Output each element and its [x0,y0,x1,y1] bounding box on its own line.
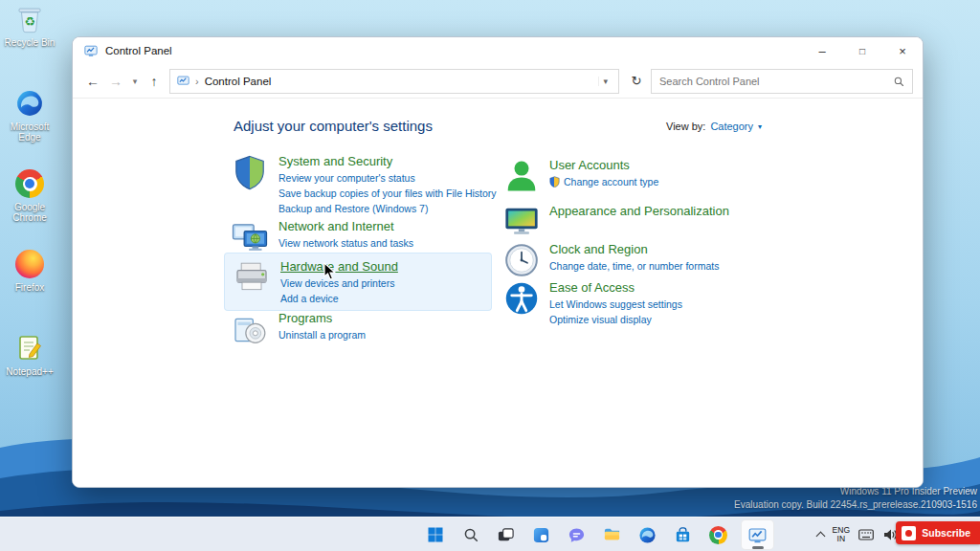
watermark-line2: Evaluation copy. Build 22454.rs_prerelea… [734,498,977,512]
category-link[interactable]: Optimize visual display [549,314,682,325]
desktop-icon-edge[interactable]: Microsoft Edge [2,88,57,143]
category-link[interactable]: Backup and Restore (Windows 7) [278,203,497,214]
ease-of-access-icon [503,280,540,317]
category-link[interactable]: Change account type [549,176,658,187]
breadcrumb-segment-control-panel[interactable]: Control Panel [205,76,272,87]
minimize-button[interactable]: – [802,37,842,64]
file-explorer-button[interactable] [595,519,629,550]
category-user-accounts[interactable]: User Accounts Change account type [503,158,658,194]
category-link[interactable]: View network status and tasks [278,237,413,249]
category-title[interactable]: Programs [278,311,366,325]
view-by-value[interactable]: Category [710,121,753,132]
desktop-icon-label: Google Chrome [2,202,57,223]
task-view-icon [497,526,515,544]
category-title[interactable]: Ease of Access [549,280,682,295]
notepadpp-icon [14,333,45,364]
taskbar-edge-button[interactable] [631,519,664,550]
category-title[interactable]: System and Security [278,154,497,168]
language-indicator[interactable]: ENG IN [833,526,850,543]
category-hardware-and-sound[interactable]: Hardware and Sound View devices and prin… [225,253,491,310]
store-button[interactable] [666,519,700,550]
search-icon [462,526,479,543]
clock-icon [503,242,540,278]
category-system-and-security[interactable]: System and Security Review your computer… [231,154,497,214]
personalization-monitor-icon [503,204,540,240]
touch-keyboard-icon[interactable] [858,529,874,540]
category-link-label: Change account type [564,176,658,187]
subscribe-label: Subscribe [922,527,970,539]
category-ease-of-access[interactable]: Ease of Access Let Windows suggest setti… [503,280,682,325]
edge-icon [14,88,45,119]
network-monitors-icon [231,219,269,257]
security-shield-icon [231,154,269,192]
windows-watermark: Windows 11 Pro Insider Preview Evaluatio… [734,485,977,512]
taskbar-control-panel-button[interactable] [741,519,774,550]
chat-button[interactable] [560,519,593,550]
navigation-bar: ← → ▾ ↑ › Control Panel ▾ ↻ [73,64,923,99]
file-explorer-icon [603,526,621,544]
control-panel-icon [748,526,767,544]
desktop-icon-label: Notepad++ [6,366,54,377]
desktop-icon-label: Firefox [15,282,45,293]
windows-logo-icon [426,525,445,544]
category-appearance-personalization[interactable]: Appearance and Personalization [503,204,729,240]
taskbar-search-button[interactable] [454,519,487,550]
view-by-label: View by: [666,121,705,132]
widgets-button[interactable] [524,519,558,550]
category-link[interactable]: Uninstall a program [278,329,366,341]
address-dropdown-caret-icon[interactable]: ▾ [598,77,612,86]
recycle-bin-icon: ♻ [14,4,45,34]
category-title[interactable]: Clock and Region [549,242,719,256]
taskbar-chrome-button[interactable] [702,519,735,550]
mouse-cursor [323,262,337,281]
desktop-icon-label: Microsoft Edge [2,121,57,143]
up-button[interactable]: ↑ [144,70,165,93]
titlebar[interactable]: Control Panel – □ × [73,37,923,64]
category-link[interactable]: View devices and printers [280,277,398,289]
category-link[interactable]: Let Windows suggest settings [549,298,682,310]
close-button[interactable]: × [882,37,923,64]
category-link[interactable]: Change date, time, or number formats [549,260,719,272]
category-link[interactable]: Add a device [280,293,398,304]
view-by-control[interactable]: View by: Category ▾ [666,121,762,132]
breadcrumb[interactable]: › Control Panel ▾ [169,69,619,94]
recycle-symbol: ♻ [24,14,35,27]
control-panel-search-input[interactable] [659,76,887,87]
chrome-icon [14,168,45,199]
firefox-icon [14,249,45,279]
search-icon [893,76,904,87]
category-link[interactable]: Review your computer's status [278,172,497,184]
category-clock-and-region[interactable]: Clock and Region Change date, time, or n… [503,242,719,278]
category-title[interactable]: Network and Internet [278,219,413,233]
control-panel-content: Adjust your computer's settings View by:… [73,99,923,487]
desktop-icon-firefox[interactable]: Firefox [2,249,57,293]
category-title[interactable]: Appearance and Personalization [549,204,729,218]
widgets-icon [532,526,550,544]
desktop-icon-notepadpp[interactable]: Notepad++ [2,333,57,377]
store-bag-icon [674,526,692,544]
back-button[interactable]: ← [82,70,103,93]
desktop-icon-chrome[interactable]: Google Chrome [2,168,57,223]
breadcrumb-location-icon [177,75,189,87]
category-network-and-internet[interactable]: Network and Internet View network status… [231,219,413,257]
category-title[interactable]: User Accounts [549,158,658,172]
maximize-button[interactable]: □ [842,37,882,64]
uac-shield-icon [549,176,560,187]
refresh-button[interactable]: ↻ [624,69,649,94]
subscribe-button[interactable]: Subscribe [896,521,980,544]
category-programs[interactable]: Programs Uninstall a program [231,311,366,349]
search-box[interactable] [651,69,913,94]
task-view-button[interactable] [489,519,523,550]
edge-icon [638,526,657,544]
category-link[interactable]: Save backup copies of your files with Fi… [278,187,497,199]
recent-pages-caret-icon[interactable]: ▾ [128,70,142,93]
category-title[interactable]: Hardware and Sound [280,259,398,274]
start-button[interactable] [418,519,452,550]
desktop-icon-recycle-bin[interactable]: ♻ Recycle Bin [2,4,57,48]
printer-icon [233,259,271,298]
forward-button[interactable]: → [105,70,126,93]
chrome-icon [709,526,727,544]
view-by-caret-icon[interactable]: ▾ [758,122,762,131]
user-accounts-icon [503,158,540,194]
hidden-icons-chevron-icon[interactable] [815,532,825,541]
